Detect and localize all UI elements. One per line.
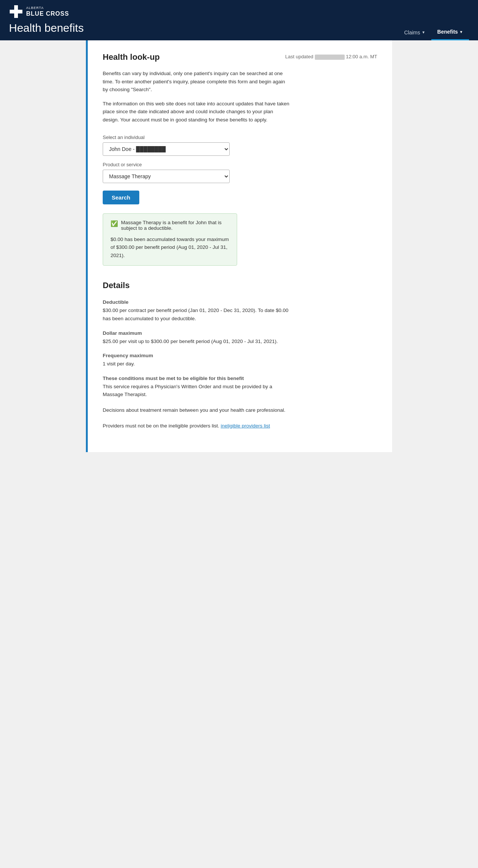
detail-conditions-label: These conditions must be met to be eligi… [103, 376, 289, 381]
providers-text: Providers must not be on the ineligible … [103, 422, 289, 430]
logo-text: ALBERTA BLUE CROSS [26, 6, 69, 17]
service-label: Product or service [103, 162, 377, 167]
check-circle-icon: ✅ [111, 220, 118, 227]
info-paragraph-2: The information on this web site does no… [103, 100, 289, 124]
search-button[interactable]: Search [103, 191, 139, 204]
logo-cross-icon [9, 4, 23, 19]
detail-deductible: Deductible $30.00 per contract per benef… [103, 299, 377, 322]
form-section: Select an individual John Doe - ████████… [103, 135, 377, 183]
header-nav: Health benefits Claims ▼ Benefits ▼ [0, 22, 478, 40]
nav-benefits[interactable]: Benefits ▼ [431, 24, 469, 40]
logo-alberta: ALBERTA [26, 6, 69, 10]
detail-dollar-max: Dollar maximum $25.00 per visit up to $3… [103, 330, 377, 346]
svg-rect-1 [10, 10, 22, 13]
detail-conditions-value: This service requires a Physician's Writ… [103, 383, 289, 399]
result-message1: Massage Therapy is a benefit for John th… [121, 220, 229, 231]
detail-deductible-value: $30.00 per contract per benefit period (… [103, 306, 289, 322]
page-title: Health benefits [9, 22, 84, 40]
detail-frequency-max-label: Frequency maximum [103, 353, 377, 358]
last-updated-time: 12:00 a.m. MT [346, 54, 377, 59]
details-title: Details [103, 281, 377, 290]
disclaimer-text: Decisions about treatment remain between… [103, 406, 289, 414]
last-updated-prefix: Last updated [285, 54, 313, 59]
detail-frequency-max-value: 1 visit per day. [103, 360, 289, 368]
logo: ALBERTA BLUE CROSS [9, 4, 69, 19]
result-line1: ✅ Massage Therapy is a benefit for John … [111, 220, 229, 231]
last-updated: Last updated 12:00 a.m. MT [285, 54, 377, 60]
benefits-caret-icon: ▼ [459, 30, 463, 34]
nav-links: Claims ▼ Benefits ▼ [398, 24, 469, 40]
providers-text-prefix: Providers must not be on the ineligible … [103, 423, 219, 429]
nav-benefits-label: Benefits [437, 29, 458, 35]
logo-bluecross: BLUE CROSS [26, 10, 69, 17]
header-top: ALBERTA BLUE CROSS [0, 0, 478, 22]
detail-dollar-max-label: Dollar maximum [103, 330, 377, 336]
content-wrapper: Health look-up Last updated 12:00 a.m. M… [86, 40, 392, 452]
individual-select[interactable]: John Doe - ████████ [103, 142, 230, 156]
result-box: ✅ Massage Therapy is a benefit for John … [103, 213, 237, 266]
redacted-date [315, 55, 345, 60]
info-paragraph-1: Benefits can vary by individual, only on… [103, 69, 289, 94]
header: ALBERTA BLUE CROSS Health benefits Claim… [0, 0, 478, 40]
content-inner: Health look-up Last updated 12:00 a.m. M… [88, 40, 392, 452]
service-select[interactable]: Massage Therapy [103, 170, 230, 183]
individual-label: Select an individual [103, 135, 377, 140]
health-lookup-title: Health look-up [103, 52, 160, 62]
nav-claims-label: Claims [404, 30, 420, 35]
detail-conditions: These conditions must be met to be eligi… [103, 376, 377, 399]
health-lookup-header: Health look-up Last updated 12:00 a.m. M… [103, 52, 377, 62]
ineligible-providers-link[interactable]: ineligible providers list [221, 423, 270, 429]
detail-dollar-max-value: $25.00 per visit up to $300.00 per benef… [103, 337, 289, 346]
claims-caret-icon: ▼ [422, 30, 425, 34]
details-section: Details Deductible $30.00 per contract p… [103, 281, 377, 430]
detail-deductible-label: Deductible [103, 299, 377, 305]
detail-frequency-max: Frequency maximum 1 visit per day. [103, 353, 377, 368]
result-message2: $0.00 has been accumulated towards your … [111, 235, 229, 260]
nav-claims[interactable]: Claims ▼ [398, 25, 431, 40]
